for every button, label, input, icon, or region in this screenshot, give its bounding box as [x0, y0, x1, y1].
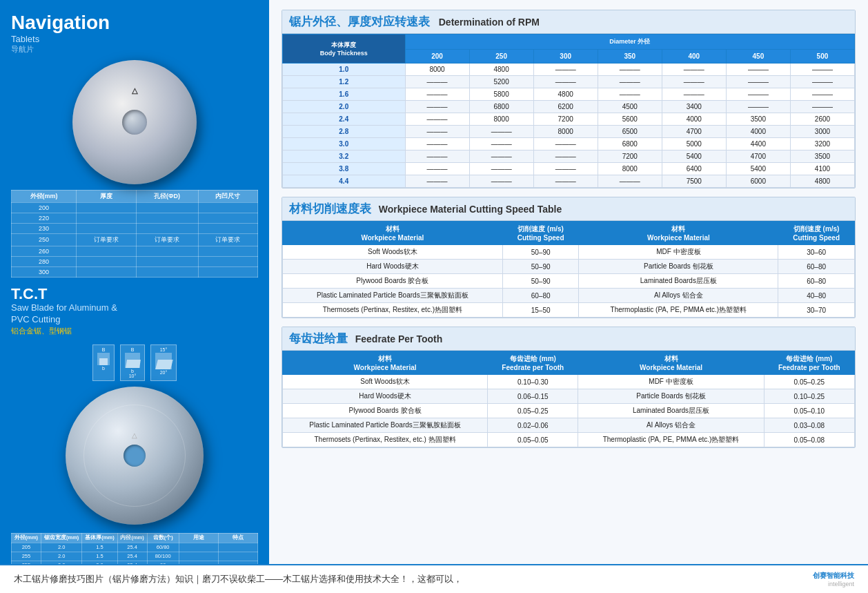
- specs-table-bottom: 外径(mm) 锯齿宽度(mm) 基体厚(mm) 内径(mm) 齿数(个) 用途 …: [11, 533, 258, 564]
- rpm-section: 锯片外径、厚度对应转速表 Determination of RPM 本体厚度Bo…: [282, 10, 856, 188]
- nav-title: Navigation Tablets 导航片: [11, 12, 258, 55]
- footer-text: 木工锯片修磨技巧图片（锯片修磨方法）知识｜磨刀不误砍柴工——木工锯片选择和使用技…: [14, 573, 813, 585]
- feedrate-table: 材料Workpiece Material 每齿进给 (mm)Feedrate p…: [282, 351, 855, 447]
- rpm-table: 本体厚度Body Thickness Diameter 外径 200250300…: [282, 34, 855, 188]
- right-panel: 锯片外径、厚度对应转速表 Determination of RPM 本体厚度Bo…: [269, 0, 868, 564]
- cutting-section: 材料切削速度表 Workpiece Material Cutting Speed…: [282, 197, 856, 318]
- left-panel: Navigation Tablets 导航片 △ 外径(mm) 厚度 孔径(ΦD…: [0, 0, 269, 564]
- footer-brand: 创赛智能科技 intelligent: [813, 571, 854, 587]
- cutting-header: 材料切削速度表 Workpiece Material Cutting Speed…: [282, 197, 855, 221]
- cutting-table: 材料Workpiece Material 切削速度 (m/s)Cutting S…: [282, 221, 855, 318]
- feedrate-section: 每齿进给量 Feedrate Per Tooth 材料Workpiece Mat…: [282, 327, 856, 448]
- tooth-diagrams: B b B b 10° 15° 20°: [11, 344, 258, 381]
- blade-image-bottom: △: [62, 387, 207, 525]
- feedrate-header: 每齿进给量 Feedrate Per Tooth: [282, 327, 855, 351]
- rpm-header: 锯片外径、厚度对应转速表 Determination of RPM: [282, 10, 855, 34]
- specs-table-top: 外径(mm) 厚度 孔径(ΦD) 内凹尺寸 200220230250订单要求订单…: [11, 190, 258, 278]
- footer: 木工锯片修磨技巧图片（锯片修磨方法）知识｜磨刀不误砍柴工——木工锯片选择和使用技…: [0, 564, 868, 593]
- blade-image-top: △: [59, 60, 210, 184]
- tct-section: T.C.T Saw Blade for Aluminum & PVC Cutti…: [11, 286, 258, 336]
